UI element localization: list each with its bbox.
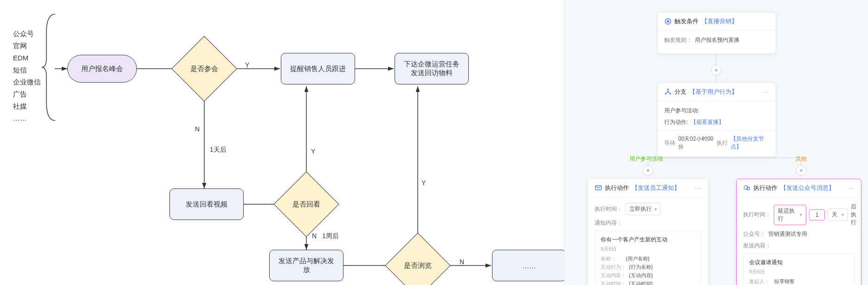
exec-val: 【其他分支节点】 (731, 135, 769, 151)
workflow-panel: 触发条件 【直播营销】 触发规则： 用户报名预约直播 + 分支 【基于用户行为】… (564, 0, 868, 285)
notice-preview: 会议邀请通知 9月6日 发起人：纷享销客 会议地点：纷享对话系列直播回放 会议时… (743, 253, 855, 285)
notice-preview: 你有一个客户产生新的互动 9月6日 名称：{用户名称} 互动行为：{行为名称} … (595, 231, 701, 285)
more-icon[interactable]: ⋯ (848, 185, 855, 192)
exec-label: 执行 (717, 139, 728, 147)
branch-line2-val: 【观看直播】 (691, 118, 724, 126)
action-wechat-card[interactable]: 执行动作 【发送公众号消息】 ⋯ 执行时间： 延迟执行 ▾ 1 天 ▾ 后执行 (736, 179, 862, 285)
exec-time-label: 执行时间： (743, 211, 771, 219)
wait-label: 等待 (664, 139, 675, 147)
flowchart-panel: 公众号 官网 EDM 短信 企业微信 广告 社媒 …… (0, 0, 564, 285)
add-node-button[interactable]: + (711, 65, 721, 75)
node-remind-sales: 提醒销售人员跟进 (281, 53, 355, 84)
wait-val: 00天02小时00分 (678, 135, 714, 151)
chevron-down-icon: ▾ (654, 207, 657, 212)
content-label: 发送内容： (743, 242, 771, 250)
chevron-down-icon: ▾ (800, 212, 802, 217)
flow-edges (0, 0, 564, 285)
action-title: 执行动作 (753, 184, 777, 192)
branch-title: 分支 (674, 88, 687, 96)
chevron-down-icon: ▾ (842, 212, 844, 217)
branch-card[interactable]: 分支 【基于用户行为】 ⋯ 用户参与活动: 行为动作: 【观看直播】 等待 00… (657, 83, 776, 157)
card-header: 执行动作 【发送公众号消息】 ⋯ (737, 179, 861, 197)
branch-icon (664, 88, 672, 96)
exec-mode-select[interactable]: 延迟执行 ▾ (774, 205, 806, 225)
edge-label-n: N (195, 125, 200, 133)
target-icon (664, 18, 672, 25)
exec-time-label: 执行时间： (595, 205, 622, 213)
trigger-tag: 【直播营销】 (701, 17, 738, 26)
node-signup: 用户报名峰会 (67, 55, 137, 83)
rule-value: 用户报名预约直播 (695, 36, 739, 44)
add-node-button[interactable]: + (796, 165, 806, 175)
action-tag: 【发送员工通知】 (632, 184, 680, 192)
node-assign-task: 下达企微运营任务发送回访物料 (395, 53, 469, 84)
edge-label-y2: Y (311, 148, 315, 155)
node-ellipsis: …… (492, 250, 566, 281)
branch-tag: 【基于用户行为】 (689, 88, 738, 96)
action-staff-card[interactable]: 执行动作 【发送员工通知】 ⋯ 执行时间： 立即执行 ▾ 通知内容： 你有一个客… (588, 179, 708, 285)
notice-title: 你有一个客户产生新的互动 (601, 236, 695, 244)
edge-label-1day: 1天后 (210, 146, 227, 154)
exec-time-select[interactable]: 立即执行 ▾ (625, 203, 661, 215)
wechat-icon (743, 184, 751, 192)
edge-label-n2: N (312, 232, 317, 240)
content-label: 通知内容： (595, 219, 622, 227)
notice-date: 9月6日 (749, 268, 849, 275)
more-icon[interactable]: ⋯ (695, 185, 701, 192)
trigger-title: 触发条件 (674, 17, 699, 26)
exec-num-input[interactable]: 1 (809, 209, 825, 220)
svg-point-15 (667, 20, 669, 23)
add-node-button[interactable]: + (643, 165, 653, 175)
account-value: 营销通测试专用 (768, 230, 807, 238)
svg-point-16 (667, 88, 668, 90)
node-send-video: 发送回看视频 (169, 188, 244, 220)
card-header: 触发条件 【直播营销】 (658, 13, 776, 31)
action-title: 执行动作 (605, 184, 629, 192)
edge-label-y3: Y (421, 179, 426, 187)
trigger-card[interactable]: 触发条件 【直播营销】 触发规则： 用户报名预约直播 (657, 12, 776, 54)
card-header: 执行动作 【发送员工通知】 ⋯ (588, 179, 708, 197)
action-tag: 【发送公众号消息】 (780, 184, 835, 192)
card-header: 分支 【基于用户行为】 ⋯ (658, 83, 776, 101)
edge-label-n3: N (460, 258, 464, 266)
notice-title: 会议邀请通知 (749, 259, 849, 266)
rule-label: 触发规则： (664, 36, 692, 44)
exec-suffix: 后执行 (851, 203, 856, 227)
edge-label-y: Y (245, 61, 249, 69)
branch-label-yes: 用户参与活动 (629, 155, 663, 163)
message-icon (595, 184, 602, 192)
svg-point-18 (669, 93, 671, 94)
branch-line2-label: 行为动作: (664, 118, 688, 126)
exec-unit-select[interactable]: 天 ▾ (828, 208, 848, 221)
account-label: 公众号： (743, 230, 765, 238)
svg-point-17 (665, 93, 666, 94)
branch-line1: 用户参与活动: (664, 107, 699, 115)
notice-date: 9月6日 (601, 246, 695, 253)
node-send-solution: 发送产品与解决发放 (269, 250, 343, 281)
branch-label-other: 其他 (796, 155, 807, 163)
more-icon[interactable]: ⋯ (763, 89, 769, 96)
edge-label-1week: 1周后 (322, 232, 339, 240)
